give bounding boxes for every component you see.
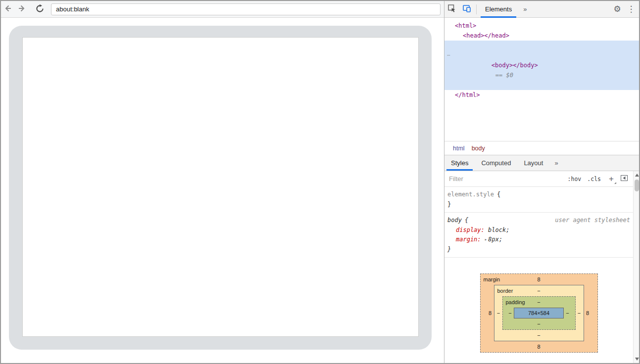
styles-sidebar-tabs: Styles Computed Layout » <box>444 155 640 171</box>
border-top-value[interactable]: − <box>537 288 540 294</box>
scroll-up-button[interactable] <box>634 172 640 179</box>
property-value[interactable]: block; <box>488 227 509 233</box>
dom-tree: <html> <head></head> ⋯ <body></body> == … <box>444 18 640 141</box>
box-model-padding[interactable]: padding − − 784×584 − − <box>502 296 576 330</box>
reload-icon <box>35 4 45 15</box>
styles-scrollbar[interactable] <box>633 171 640 363</box>
inline-style-selector[interactable]: element.style <box>447 191 494 198</box>
devtools-toolbar: Elements » ⚙ ⋮ <box>444 1 640 18</box>
long-press-corner-icon <box>614 182 616 184</box>
dom-node-head[interactable]: <head></head> <box>444 31 640 41</box>
scroll-up-icon <box>635 174 639 177</box>
tab-styles-label: Styles <box>451 159 468 167</box>
stylesheet-origin-label: user agent stylesheet <box>555 216 630 226</box>
open-brace: { <box>465 217 468 224</box>
dom-node-body[interactable]: ⋯ <body></body> == $0 <box>444 41 640 90</box>
divider <box>476 4 477 14</box>
styles-filter-bar: :hov .cls + <box>444 171 633 187</box>
tab-styles[interactable]: Styles <box>444 155 475 171</box>
breadcrumb-body[interactable]: body <box>468 143 489 153</box>
dom-node-html-close[interactable]: </html> <box>444 90 640 100</box>
toggle-hover-state-button[interactable]: :hov <box>568 176 582 182</box>
breadcrumb-html[interactable]: html <box>449 143 468 153</box>
margin-top-value[interactable]: 8 <box>537 276 540 282</box>
scroll-down-button[interactable] <box>634 356 640 363</box>
margin-left-value[interactable]: 8 <box>487 310 494 316</box>
border-right-value[interactable]: − <box>576 310 583 316</box>
page-content[interactable] <box>22 37 419 337</box>
tab-computed-label: Computed <box>481 159 511 167</box>
toggle-element-classes-button[interactable]: .cls <box>587 176 601 182</box>
box-model-content[interactable]: 784×584 <box>514 308 564 318</box>
css-property-margin[interactable]: margin: ▸8px; <box>447 235 630 245</box>
border-label: border <box>497 285 513 296</box>
forward-arrow-icon <box>17 3 27 15</box>
margin-bottom-value[interactable]: 8 <box>481 341 597 352</box>
devtools-panel: Elements » ⚙ ⋮ <html> <head></head> ⋯ <b… <box>444 1 640 363</box>
tab-elements-label: Elements <box>485 5 512 13</box>
margin-right-value[interactable]: 8 <box>584 310 591 316</box>
padding-top-value[interactable]: − <box>537 299 540 305</box>
reload-button[interactable] <box>33 2 47 16</box>
close-brace: } <box>447 201 451 208</box>
new-style-rule-button[interactable]: + <box>606 174 617 184</box>
tab-elements[interactable]: Elements <box>479 1 518 18</box>
divider <box>444 257 633 258</box>
toggle-computed-sidebar-button[interactable] <box>621 175 628 182</box>
box-model: margin 8 8 border − − <box>444 258 633 363</box>
styles-filter-input[interactable] <box>448 175 565 183</box>
address-bar-input[interactable] <box>51 3 441 15</box>
back-arrow-icon <box>3 3 13 15</box>
browser-pane <box>1 1 444 363</box>
devtools-toolbar-right: ⚙ ⋮ <box>610 2 640 16</box>
padding-label: padding <box>506 297 525 308</box>
forward-button[interactable] <box>15 2 29 16</box>
more-sidebar-tabs-button[interactable]: » <box>549 159 563 167</box>
settings-button[interactable]: ⚙ <box>610 2 624 16</box>
css-property-display[interactable]: display: block; <box>447 226 630 235</box>
inspect-cursor-icon <box>447 4 456 14</box>
dom-node-body-text: <body></body> <box>492 62 538 69</box>
box-model-border[interactable]: border − − padding − − <box>494 285 584 341</box>
rule-element-style[interactable]: element.style{ } <box>444 187 633 212</box>
box-model-margin[interactable]: margin 8 8 border − − <box>480 273 598 353</box>
browser-window: Elements » ⚙ ⋮ <html> <head></head> ⋯ <b… <box>0 0 640 364</box>
tab-layout[interactable]: Layout <box>517 155 549 171</box>
property-name[interactable]: margin: <box>456 236 481 243</box>
gear-icon: ⚙ <box>613 4 621 14</box>
devtools-menu-button[interactable]: ⋮ <box>624 2 638 16</box>
scrollbar-thumb[interactable] <box>635 180 639 191</box>
plus-icon: + <box>609 174 614 183</box>
expand-property-icon[interactable]: ▸ <box>485 237 487 242</box>
node-overflow-menu-icon[interactable]: ⋯ <box>447 50 450 60</box>
property-name[interactable]: display: <box>456 227 485 233</box>
border-bottom-value[interactable]: − <box>494 330 584 341</box>
device-emulation-icon <box>462 4 471 14</box>
property-value[interactable]: 8px; <box>488 236 502 243</box>
browser-toolbar <box>1 1 444 18</box>
tab-computed[interactable]: Computed <box>475 155 517 171</box>
margin-label: margin <box>484 274 500 285</box>
breadcrumb: html body <box>444 141 640 155</box>
more-tabs-button[interactable]: » <box>518 5 532 13</box>
page-viewport <box>1 18 444 363</box>
border-left-value[interactable]: − <box>495 310 502 316</box>
device-toolbar-toggle-button[interactable] <box>459 2 474 16</box>
padding-bottom-value[interactable]: − <box>503 318 575 329</box>
tab-layout-label: Layout <box>524 159 543 167</box>
dom-node-html-open[interactable]: <html> <box>444 21 640 31</box>
padding-left-value[interactable]: − <box>506 310 514 316</box>
rule-body-user-agent[interactable]: user agent stylesheet body{ display: blo… <box>444 213 633 257</box>
sidebar-toggle-icon <box>621 175 628 182</box>
kebab-menu-icon: ⋮ <box>627 4 636 14</box>
body-selector[interactable]: body <box>447 217 462 224</box>
styles-rules: element.style{ } user agent stylesheet b… <box>444 187 633 258</box>
close-brace: } <box>447 246 451 253</box>
open-brace: { <box>497 191 500 198</box>
device-frame <box>9 26 432 350</box>
inspect-element-button[interactable] <box>444 2 459 16</box>
scroll-down-icon <box>635 358 639 361</box>
selection-annotation: == $0 <box>495 72 513 79</box>
back-button[interactable] <box>1 2 15 16</box>
padding-right-value[interactable]: − <box>564 310 571 316</box>
